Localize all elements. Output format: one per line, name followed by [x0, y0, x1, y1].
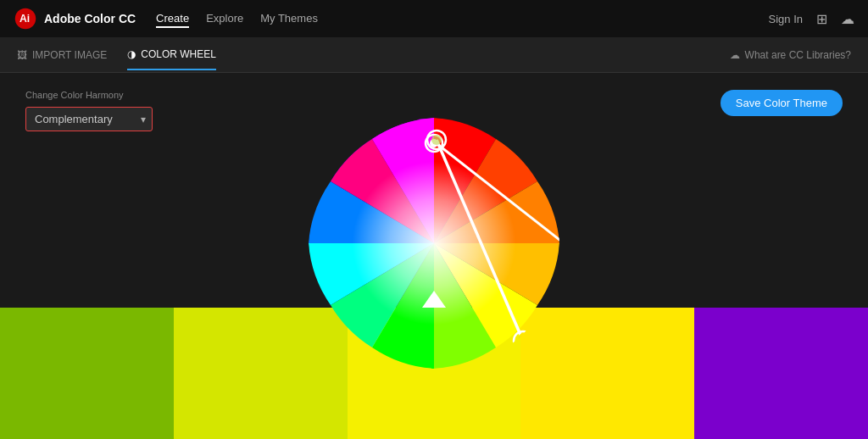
nav-links: Create Explore My Themes [156, 10, 748, 28]
sub-navigation: 🖼 IMPORT IMAGE ◑ COLOR WHEEL ☁ What are … [0, 37, 868, 73]
bottom-triangle [422, 291, 446, 308]
main-area: Change Color Harmony Analogous Monochrom… [0, 73, 868, 439]
adobe-logo-icon: Ai [14, 7, 37, 31]
bottom-color-handle[interactable] [514, 331, 532, 350]
app-name: Adobe Color CC [44, 12, 136, 25]
sign-in-link[interactable]: Sign In [769, 13, 803, 25]
grid-icon[interactable]: ⊞ [816, 11, 827, 27]
nav-right: Sign In ⊞ ☁ [769, 11, 854, 27]
tab-import-image[interactable]: 🖼 IMPORT IMAGE [17, 41, 107, 69]
top-navigation: Ai Adobe Color CC Create Explore My Them… [0, 0, 868, 37]
nav-explore[interactable]: Explore [206, 10, 243, 28]
top-handle-fill [431, 135, 442, 145]
wheel-container [0, 73, 868, 439]
nav-create[interactable]: Create [156, 10, 189, 28]
wheel-icon: ◑ [127, 48, 136, 60]
nav-my-themes[interactable]: My Themes [260, 10, 318, 28]
color-wheel[interactable] [307, 116, 561, 370]
tab-color-wheel[interactable]: ◑ COLOR WHEEL [127, 40, 216, 70]
cloud-icon[interactable]: ☁ [841, 11, 854, 27]
svg-text:Ai: Ai [19, 13, 30, 25]
image-icon: 🖼 [17, 49, 27, 61]
bottom-handle-fill [518, 336, 528, 346]
app-logo: Ai Adobe Color CC [14, 7, 136, 31]
color-wheel-svg[interactable] [307, 116, 561, 370]
cc-libraries-icon: ☁ [730, 49, 740, 61]
cc-libraries-link[interactable]: ☁ What are CC Libraries? [730, 49, 851, 61]
